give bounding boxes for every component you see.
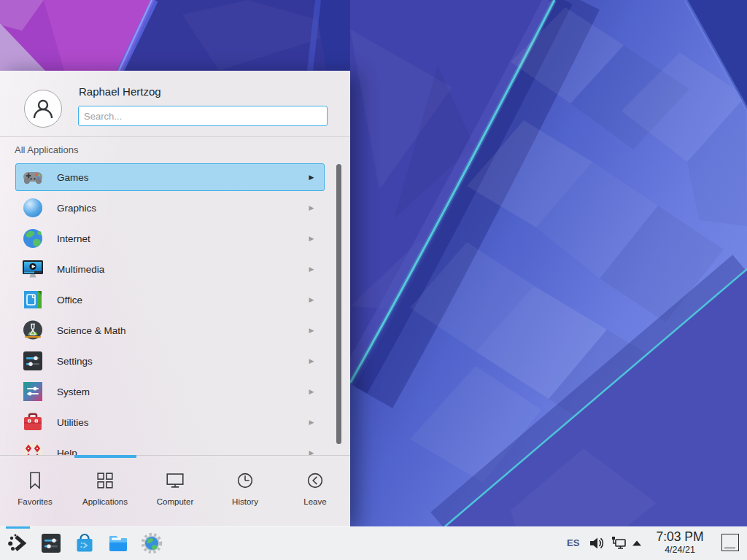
launcher-active-indicator (6, 526, 30, 529)
tab-applications[interactable]: Applications (70, 458, 140, 526)
submenu-arrow-icon: ▶ (306, 449, 317, 455)
app-grid-icon (94, 470, 116, 491)
taskbar-panel: ES 7:03 PM 4/24/21 (0, 526, 747, 560)
gamepad-icon (21, 166, 44, 189)
user-avatar[interactable] (24, 90, 62, 128)
sliders-icon (21, 349, 44, 373)
application-launcher-menu: Raphael Hertzog All Applications Games ▶ (0, 71, 350, 526)
sphere-icon (21, 196, 44, 219)
tab-favorites[interactable]: Favorites (0, 458, 70, 526)
discover-software-button[interactable] (73, 532, 96, 555)
submenu-arrow-icon: ▶ (306, 296, 317, 303)
category-internet[interactable]: Internet ▶ (0, 223, 350, 254)
submenu-arrow-icon: ▶ (306, 388, 317, 395)
header-divider (0, 136, 350, 137)
search-input[interactable] (78, 106, 328, 126)
web-browser-button[interactable] (140, 532, 163, 555)
launcher-tabbar: Favorites Applications Computer (0, 458, 350, 526)
submenu-arrow-icon: ▶ (306, 265, 317, 273)
computer-icon (164, 470, 186, 491)
keyboard-layout-indicator[interactable]: ES (567, 537, 579, 548)
desktop: Raphael Hertzog All Applications Games ▶ (0, 0, 747, 560)
help-buoy-icon (21, 441, 44, 455)
system-sliders-icon (21, 380, 44, 403)
expand-tray-arrow-icon[interactable] (632, 540, 642, 547)
submenu-arrow-icon: ▶ (306, 327, 317, 334)
clock-time: 7:03 PM (645, 529, 715, 545)
globe-icon (21, 227, 44, 250)
submenu-arrow-icon: ▶ (306, 204, 317, 211)
volume-icon[interactable] (588, 534, 605, 552)
digital-clock[interactable]: 7:03 PM 4/24/21 (645, 529, 715, 556)
category-multimedia[interactable]: Multimedia ▶ (0, 254, 350, 284)
category-system[interactable]: System ▶ (0, 376, 350, 407)
flask-icon (21, 319, 44, 342)
user-icon (31, 96, 55, 121)
tab-history[interactable]: History (210, 458, 280, 526)
history-clock-icon (234, 470, 256, 491)
tab-computer[interactable]: Computer (140, 458, 210, 526)
submenu-arrow-icon: ▶ (306, 235, 317, 242)
category-settings[interactable]: Settings ▶ (0, 346, 350, 376)
submenu-arrow-icon: ▶ (306, 357, 317, 365)
category-list: Games ▶ Graphics ▶ (0, 162, 350, 455)
category-graphics[interactable]: Graphics ▶ (0, 192, 350, 223)
submenu-arrow-icon: ▶ (306, 174, 317, 181)
file-manager-button[interactable] (107, 532, 130, 555)
system-settings-button[interactable] (39, 532, 63, 555)
leave-icon (304, 470, 326, 491)
category-utilities[interactable]: Utilities ▶ (0, 407, 350, 438)
tabbar-divider (0, 455, 350, 456)
category-science-math[interactable]: Science & Math ▶ (0, 315, 350, 346)
section-label: All Applications (15, 144, 78, 155)
tab-leave[interactable]: Leave (280, 458, 350, 526)
submenu-arrow-icon: ▶ (306, 419, 317, 426)
toolbox-icon (21, 411, 44, 434)
bookmark-icon (24, 470, 46, 491)
category-games[interactable]: Games ▶ (0, 162, 350, 192)
document-icon (21, 288, 44, 311)
show-desktop-glyph (724, 548, 735, 549)
category-help[interactable]: Help ▶ (0, 438, 350, 455)
application-launcher-button[interactable] (6, 532, 29, 555)
list-scrollbar[interactable] (336, 164, 341, 444)
clock-date: 4/24/21 (645, 545, 715, 556)
network-icon[interactable] (610, 534, 627, 552)
category-office[interactable]: Office ▶ (0, 284, 350, 315)
user-name: Raphael Hertzog (79, 85, 161, 98)
monitor-play-icon (21, 257, 44, 281)
show-desktop-button[interactable] (721, 534, 739, 551)
